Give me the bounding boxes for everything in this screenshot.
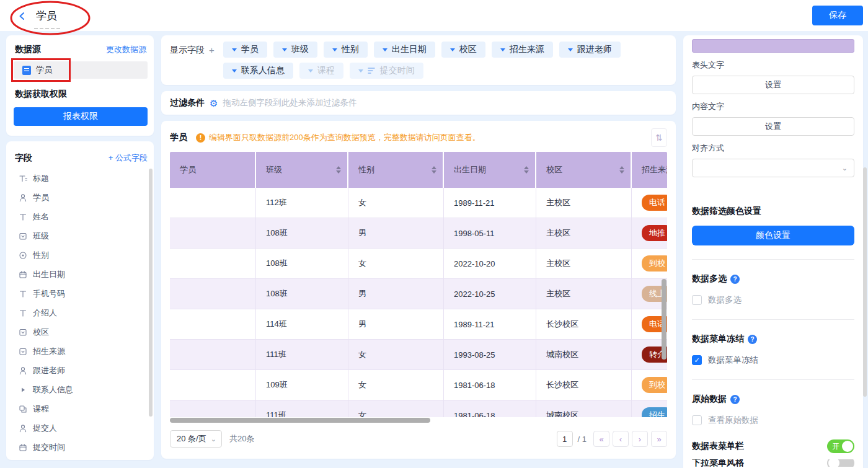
first-page-icon[interactable]: « (593, 431, 609, 447)
help-icon[interactable]: ? (748, 335, 757, 344)
table-cell: 2022-10-20 (444, 249, 536, 279)
menu-bar-title: 数据表菜单栏 (692, 441, 744, 452)
display-field-tag[interactable]: 招生来源 (492, 42, 553, 58)
table-cell: 2022-10-25 (444, 279, 536, 309)
help-icon[interactable]: ? (730, 275, 740, 284)
table-cell (170, 400, 256, 417)
clipped-setting-toggle[interactable] (827, 459, 854, 467)
column-header-2[interactable]: 班级 (256, 152, 348, 188)
field-label: 姓名 (33, 211, 49, 223)
field-item[interactable]: 提交人 (14, 418, 149, 438)
display-field-tag[interactable]: 学员 (223, 42, 267, 58)
field-label: 招生来源 (33, 346, 65, 357)
display-field-tag[interactable]: 提交时间 (350, 63, 423, 79)
current-page-input[interactable]: 1 (557, 431, 573, 447)
field-item[interactable]: 课程 (14, 399, 149, 418)
radio-icon (19, 251, 27, 260)
person-icon (19, 424, 27, 433)
add-display-field-button[interactable]: + (209, 45, 215, 55)
menu-bar-toggle[interactable]: 开 (827, 439, 854, 453)
table-cell: 女 (348, 249, 444, 279)
field-label: 介绍人 (33, 307, 57, 319)
sort-arrows-icon[interactable] (524, 166, 529, 174)
column-header-4[interactable]: 出生日期 (444, 152, 536, 188)
table-cell: 城南校区 (536, 400, 632, 417)
caret-down-icon (450, 48, 455, 51)
field-item[interactable]: 标题 (14, 169, 149, 188)
field-item[interactable]: 姓名 (14, 207, 149, 226)
field-item[interactable]: 跟进老师 (14, 361, 149, 380)
header-color-swatch[interactable] (692, 39, 854, 53)
display-field-tag[interactable]: 课程 (299, 63, 343, 79)
field-item[interactable]: 出生日期 (14, 265, 149, 284)
display-field-tag[interactable]: 校区 (441, 42, 485, 58)
display-field-tag[interactable]: 出生日期 (374, 42, 435, 58)
page-size-select[interactable]: 20 条/页 ⌄ (170, 430, 222, 448)
field-item[interactable]: 提交时间 (14, 438, 149, 457)
content-text-settings-button[interactable]: 设置 (692, 117, 854, 136)
multi-select-checkbox-label: 数据多选 (708, 294, 742, 306)
right-panel-scrollbar[interactable] (863, 167, 867, 397)
fields-title: 字段 (15, 152, 32, 164)
table-cell-source: 电话 (632, 188, 667, 218)
table-cell: 108班 (256, 249, 348, 279)
caret-down-icon (568, 48, 573, 51)
datasource-item-student[interactable]: 学员 (14, 61, 148, 79)
display-field-tag[interactable]: 跟进老师 (559, 42, 621, 58)
page-size-value: 20 条/页 (177, 433, 206, 444)
tag-label: 学员 (241, 44, 259, 55)
save-button[interactable]: 保存 (812, 6, 863, 25)
field-item[interactable]: 班级 (14, 226, 149, 245)
last-page-icon[interactable]: » (651, 431, 667, 447)
table-horizontal-scrollbar[interactable] (170, 418, 430, 423)
table-vertical-scrollbar[interactable] (662, 279, 666, 360)
report-permission-button[interactable]: 报表权限 (14, 107, 148, 126)
gear-icon[interactable]: ⚙ (210, 99, 218, 108)
sort-order-icon[interactable]: ⇅ (651, 128, 667, 147)
total-count: 共20条 (229, 433, 254, 444)
display-field-tag[interactable]: 班级 (273, 42, 317, 58)
sort-arrows-icon[interactable] (432, 166, 436, 174)
table-cell: 主校区 (536, 279, 632, 309)
add-formula-field-link[interactable]: + 公式字段 (108, 152, 148, 164)
next-page-icon[interactable]: › (632, 431, 648, 447)
help-icon[interactable]: ? (730, 395, 740, 404)
sort-arrows-icon[interactable] (336, 166, 341, 174)
field-item[interactable]: 学员 (14, 188, 149, 207)
divider (692, 259, 854, 260)
table-cell: 男 (348, 218, 444, 249)
table-cell (170, 249, 256, 279)
table-cell (170, 218, 256, 249)
menu-freeze-checkbox[interactable]: ✓ (692, 355, 702, 365)
back-chevron-icon[interactable] (17, 11, 27, 21)
field-item[interactable]: 性别 (14, 245, 149, 265)
raw-data-checkbox-row[interactable]: 查看原始数据 (692, 415, 854, 426)
menu-freeze-title: 数据菜单冻结 ? (692, 333, 854, 345)
raw-data-checkbox[interactable] (692, 415, 702, 425)
column-header-3[interactable]: 性别 (348, 152, 444, 188)
multi-select-checkbox[interactable] (692, 295, 702, 305)
field-item[interactable]: 校区 (14, 322, 149, 342)
prev-page-icon[interactable]: ‹ (613, 431, 629, 447)
field-item[interactable]: 手机号码 (14, 284, 149, 303)
header-text-settings-button[interactable]: 设置 (692, 76, 854, 94)
display-field-tag[interactable]: 性别 (324, 42, 368, 58)
fields-scrollbar[interactable] (149, 169, 153, 417)
column-header-5[interactable]: 校区 (536, 152, 632, 188)
multi-select-checkbox-row[interactable]: 数据多选 (692, 294, 854, 306)
table-cell: 112班 (256, 188, 348, 218)
caret-right-icon (19, 386, 27, 394)
chevron-down-icon: ⌄ (211, 435, 216, 443)
field-item[interactable]: 招生来源 (14, 342, 149, 361)
display-fields-label: 显示字段 (170, 45, 205, 56)
field-label: 课程 (33, 404, 49, 415)
align-select[interactable]: ⌄ (692, 159, 854, 177)
color-settings-button[interactable]: 颜色设置 (692, 226, 854, 245)
field-item[interactable]: 联系人信息 (14, 380, 149, 399)
change-datasource-link[interactable]: 更改数据源 (106, 44, 146, 55)
field-item[interactable]: 介绍人 (14, 303, 149, 322)
menu-freeze-checkbox-row[interactable]: ✓ 数据菜单冻结 (692, 355, 854, 366)
sort-arrows-icon[interactable] (619, 166, 624, 174)
display-field-tag[interactable]: 联系人信息 (223, 63, 293, 79)
field-label: 手机号码 (33, 288, 65, 299)
